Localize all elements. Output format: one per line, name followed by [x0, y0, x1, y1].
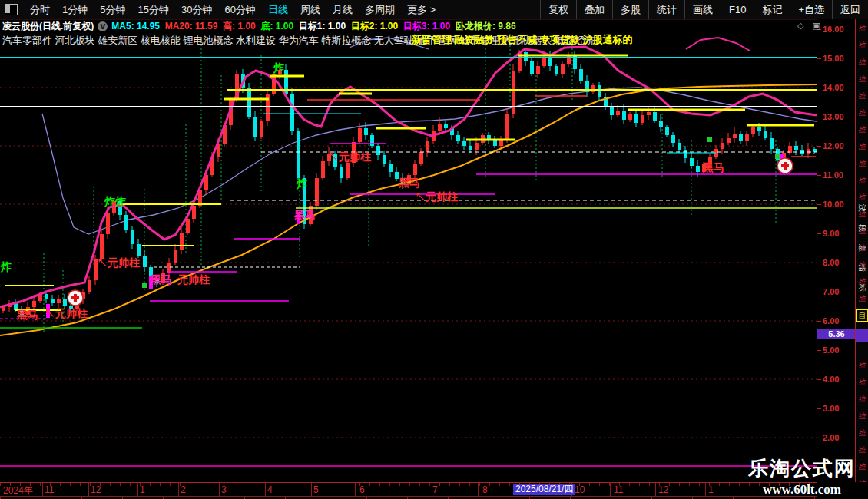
candle [297, 131, 300, 178]
date-separator [88, 483, 89, 496]
candle [137, 244, 141, 256]
date-separator [655, 483, 656, 496]
strip-purple-block [856, 329, 868, 342]
candle [561, 64, 565, 74]
date-separator [42, 483, 43, 496]
concept-tags-yellow[interactable]: 新晋管理 融资融券 预告不减 专项贷款 沪股通标的 [412, 33, 632, 47]
price-label-6.00: 6.00 [823, 316, 839, 326]
date-label-12: 12 [91, 484, 101, 495]
price-tick [817, 146, 821, 147]
strip-glyph: 划 [856, 143, 867, 152]
indicator-高: 高: 1.00 [223, 21, 260, 31]
annotation-黑马: 黑马 [17, 309, 38, 321]
indicator-目标1: 目标1: 1.00 [299, 21, 351, 31]
strip-glyph: 划 [856, 295, 867, 304]
indicator-卧龙根价: 卧龙根价: 9.86 [456, 21, 521, 31]
candle [751, 127, 755, 134]
chevron-down-icon[interactable]: v [98, 21, 108, 31]
candle [253, 117, 257, 137]
candle [290, 94, 294, 131]
candle [247, 88, 251, 117]
candle [647, 112, 651, 115]
candle [757, 127, 761, 131]
price-label-10.00: 10.00 [823, 200, 844, 209]
strip-glyph: 划 [856, 480, 867, 482]
candle [745, 134, 749, 141]
strip-glyph: 划 [856, 429, 867, 438]
arc-pink [686, 38, 750, 51]
date-separator [219, 483, 220, 496]
strip-glyph-white: 波 [856, 204, 867, 213]
date-label-2: 2 [181, 484, 186, 495]
candle [413, 164, 417, 175]
candle [45, 294, 48, 299]
strip-glyph: 划 [856, 126, 867, 135]
price-tick [817, 88, 821, 88]
strip-glyph: 划 [856, 362, 867, 371]
price-label-15.00: 15.00 [823, 54, 844, 63]
candle [634, 114, 638, 123]
toolbar-button-返回[interactable]: 返回 [832, 0, 868, 19]
stock-title[interactable]: 凌云股份(日线.前复权) [2, 20, 94, 33]
price-label-11.00: 11.00 [823, 170, 843, 180]
price-label-5.00: 5.00 [823, 345, 839, 355]
candle [131, 230, 134, 244]
indicator-底: 底: 1.00 [260, 21, 298, 31]
date-separator [178, 483, 179, 496]
date-separator [610, 483, 611, 496]
date-label-11: 11 [45, 484, 54, 495]
green-signal [142, 283, 147, 288]
price-tick [817, 117, 821, 117]
date-separator [429, 483, 429, 496]
candle [180, 233, 184, 250]
candle [444, 124, 448, 128]
date-label-6: 6 [359, 484, 365, 495]
candle [106, 213, 110, 234]
date-label-3: 3 [221, 484, 227, 495]
candle [727, 138, 731, 143]
price-tick [817, 321, 821, 322]
annotation-元帅柱: ↖元帅柱 [415, 190, 459, 203]
date-separator [265, 483, 266, 496]
candle [499, 140, 503, 146]
date-separator [311, 483, 312, 496]
candle [671, 135, 675, 143]
candle [807, 149, 810, 154]
candle [192, 206, 196, 219]
kline-chart[interactable]: 炸黑马↖元帅柱↖元帅柱炸炸黑马元帅柱炸炸黑马↖元帅柱黑马↖元帅柱黑马 [0, 0, 817, 499]
candle [764, 131, 767, 138]
candle [530, 61, 534, 74]
candle [186, 219, 190, 233]
indicator-目标3: 目标3: 1.00 [403, 21, 456, 31]
date-label-10: 10 [575, 484, 585, 495]
candle [143, 256, 147, 267]
indicator-MA5: MA5: 14.95 [111, 21, 164, 31]
strip-glyph: 划 [856, 378, 867, 388]
ma-line-orange [0, 84, 817, 335]
candle [51, 299, 55, 303]
candle [370, 135, 374, 146]
date-axis[interactable]: 2024年11121234567810111212025/08/21/四 [0, 482, 817, 496]
candle [456, 135, 460, 141]
annotation-元帅柱: ↖元帅柱 [328, 150, 372, 163]
candle [426, 141, 429, 152]
date-label-8: 8 [482, 484, 488, 495]
watermark: 乐淘公式网 www.60lt.com [748, 455, 856, 497]
candle [739, 134, 743, 141]
price-tick [817, 204, 821, 205]
corner-icons[interactable]: ◇ ▣ [797, 21, 823, 31]
date-label-2024年: 2024年 [3, 484, 33, 497]
price-tick [817, 263, 821, 263]
candle [321, 161, 325, 178]
candle [462, 141, 466, 146]
annotation-元帅柱: ↖元帅柱 [45, 307, 88, 319]
strip-glyph-white: 息 [856, 244, 867, 253]
annotation-黑马: 黑马 [703, 161, 724, 173]
strip-highlight-cell[interactable]: 自 [856, 309, 868, 322]
candle [364, 128, 368, 135]
strip-glyph-white: 指 [856, 264, 867, 273]
strip-glyph: 划 [856, 58, 867, 68]
right-side-strip[interactable]: 划划划划划划划划划划划划划划划划划波段息指标自划划划划划划划划 [855, 19, 868, 482]
candle [536, 66, 540, 74]
candle [591, 85, 595, 92]
